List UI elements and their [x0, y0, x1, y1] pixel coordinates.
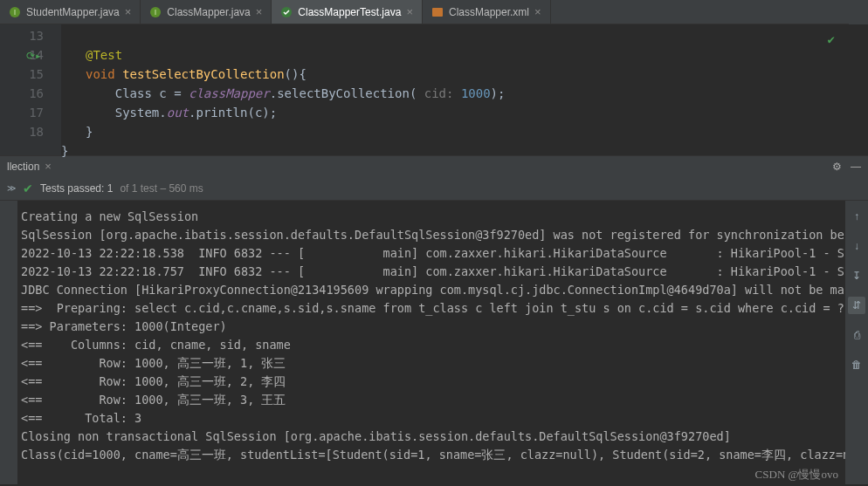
svg-text:I: I: [14, 8, 17, 17]
punct: (){: [285, 67, 307, 81]
console-line: <== Total: 3: [21, 409, 845, 428]
test-pass-detail: of 1 test – 560 ms: [120, 182, 203, 195]
console-tab-title[interactable]: llection: [7, 161, 39, 173]
console-line: Closing non transactional SqlSession [or…: [21, 428, 845, 446]
console-toolbar: ↑ ↓ ↧ ⇵ ⎙ 🗑: [845, 201, 868, 484]
console-panel: Creating a new SqlSessionSqlSession [org…: [0, 201, 868, 484]
keyword: void: [86, 67, 122, 81]
close-icon[interactable]: ×: [45, 160, 52, 173]
scroll-down-icon[interactable]: ↓: [848, 237, 865, 255]
console-line: SqlSession [org.apache.ibatis.session.de…: [21, 226, 845, 244]
watermark-text: CSDN @慢慢ovo: [755, 467, 838, 483]
code-text: System.: [115, 106, 167, 120]
svg-rect-5: [432, 8, 443, 17]
print-icon[interactable]: ⎙: [848, 326, 865, 344]
trash-icon[interactable]: 🗑: [848, 356, 865, 373]
param-hint: cid:: [417, 86, 461, 100]
line-number: 18: [0, 122, 44, 141]
test-status-bar: ≫ ✔ Tests passed: 1 of 1 test – 560 ms: [0, 176, 868, 201]
test-pass-text: Tests passed: 1: [40, 182, 113, 195]
annotation: @Test: [86, 48, 122, 62]
tab-label: StudentMapper.java: [26, 6, 120, 18]
minimize-icon[interactable]: —: [851, 161, 861, 173]
gear-icon[interactable]: ⚙: [832, 161, 842, 173]
console-line: Creating a new SqlSession: [21, 208, 845, 226]
close-icon[interactable]: ×: [256, 5, 263, 18]
console-left-gutter: [0, 201, 17, 484]
console-line: 2022-10-13 22:22:18.538 INFO 6832 --- [ …: [21, 244, 845, 263]
console-line: JDBC Connection [HikariProxyConnection@2…: [21, 281, 845, 299]
scroll-to-end-icon[interactable]: ⇵: [848, 297, 865, 314]
xml-icon: [431, 6, 444, 18]
tab-class-mapper-test[interactable]: ClassMapperTest.java ×: [272, 0, 423, 24]
console-output[interactable]: Creating a new SqlSessionSqlSession [org…: [17, 201, 845, 484]
tab-class-mapper[interactable]: I ClassMapper.java ×: [141, 0, 272, 24]
chevron-icon[interactable]: ≫: [7, 183, 16, 193]
field: classMapper: [189, 86, 270, 100]
punct: );: [491, 86, 506, 100]
tab-label: ClassMapper.java: [167, 6, 250, 18]
java-icon: I: [9, 6, 21, 18]
code-text: Class c =: [115, 86, 189, 100]
brace: }: [61, 144, 68, 158]
console-line: Class(cid=1000, cname=高三一班, studentList=…: [21, 446, 845, 464]
console-line: 2022-10-13 22:22:18.757 INFO 6832 --- [ …: [21, 263, 845, 281]
inspection-ok-icon: ✔: [828, 30, 835, 49]
number-literal: 1000: [461, 86, 491, 100]
line-number: 17: [0, 103, 44, 122]
tab-class-mapper-xml[interactable]: ClassMapper.xml ×: [423, 0, 551, 24]
console-line: ==> Parameters: 1000(Integer): [21, 318, 845, 336]
line-gutter: 13 14 15 16 17 18: [0, 24, 61, 155]
code-editor[interactable]: ✔ 13 14 15 16 17 18 ⟳▸ @Test void testSe…: [0, 24, 868, 155]
close-icon[interactable]: ×: [406, 5, 413, 18]
close-icon[interactable]: ×: [534, 5, 541, 18]
soft-wrap-icon[interactable]: ↧: [848, 267, 865, 284]
run-test-gutter-icon[interactable]: ⟳▸: [26, 46, 41, 65]
close-icon[interactable]: ×: [125, 5, 132, 18]
console-line: <== Columns: cid, cname, sid, sname: [21, 336, 845, 354]
tab-label: ClassMapper.xml: [449, 6, 529, 18]
brace: }: [86, 125, 93, 139]
code-text: .println(c);: [189, 106, 277, 120]
static-field: out: [167, 106, 189, 120]
java-icon: I: [149, 6, 162, 18]
scroll-up-icon[interactable]: ↑: [848, 208, 865, 225]
console-line: <== Row: 1000, 高三一班, 3, 王五: [21, 391, 845, 409]
console-line: ==> Preparing: select c.cid,c.cname,s.si…: [21, 299, 845, 318]
tab-student-mapper[interactable]: I StudentMapper.java ×: [0, 0, 141, 24]
console-line: <== Row: 1000, 高三一班, 1, 张三: [21, 354, 845, 373]
method-name: testSelectByCollection: [122, 67, 284, 81]
line-number: 16: [0, 84, 44, 103]
punct: .selectByCollection(: [270, 86, 417, 100]
test-icon: [280, 6, 293, 18]
console-line: <== Row: 1000, 高三一班, 2, 李四: [21, 373, 845, 391]
line-number: 13: [0, 26, 44, 45]
pass-icon: ✔: [23, 181, 33, 195]
line-number: 15: [0, 65, 44, 84]
console-header: llection × ⚙ —: [0, 155, 868, 176]
tab-label: ClassMapperTest.java: [298, 6, 401, 18]
svg-text:I: I: [155, 8, 157, 17]
editor-tabs: I StudentMapper.java × I ClassMapper.jav…: [0, 0, 868, 24]
code-content: @Test void testSelectByCollection(){ Cla…: [61, 24, 505, 155]
